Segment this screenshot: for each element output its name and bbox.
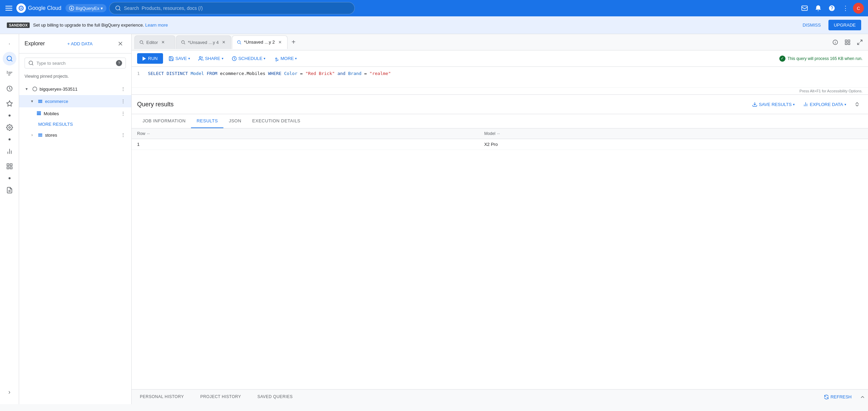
explorer-title: Explorer (25, 41, 45, 47)
sidebar-icon-settings[interactable] (3, 121, 16, 134)
tree-container: ▾ bigqueryex-353511 ⋮ ▾ ecommerce ⋮ (19, 81, 131, 404)
search-input-wrapper: ? (25, 58, 126, 68)
project-chevron[interactable]: ▾ (23, 86, 30, 92)
collapse-panel-button[interactable] (115, 38, 126, 49)
svg-rect-18 (37, 113, 41, 114)
sidebar-icon-star[interactable] (3, 97, 16, 110)
more-button[interactable]: MORE ▾ (271, 54, 299, 63)
tab-unsaved4-close[interactable]: ✕ (221, 39, 227, 45)
tab-editor-close[interactable]: ✕ (160, 39, 166, 45)
results-table-container: Row ↔ Model ↔ 1 X2 Pro (132, 128, 868, 389)
project-dropdown-icon: ▾ (101, 6, 103, 11)
svg-point-25 (238, 41, 240, 43)
dataset-icon (37, 98, 44, 105)
tab-json[interactable]: JSON (223, 114, 247, 128)
sidebar-icon-arrows[interactable] (3, 67, 16, 80)
results-area: Query results SAVE RESULTS ▾ EXPLORE DAT… (132, 95, 868, 389)
stores-chevron[interactable]: › (29, 132, 35, 138)
save-results-button[interactable]: SAVE RESULTS ▾ (749, 100, 797, 109)
tab-grid-button[interactable] (842, 37, 853, 48)
tree-table-mobiles[interactable]: Mobiles ⋮ (19, 107, 131, 120)
sidebar-icon-grid[interactable] (3, 159, 16, 173)
share-button[interactable]: SHARE ▾ (195, 54, 226, 63)
tab-unsaved2-close[interactable]: ✕ (277, 39, 283, 45)
keyword-and: and (337, 71, 345, 76)
tree-project-item[interactable]: ▾ bigqueryex-353511 ⋮ (19, 83, 131, 95)
explorer-panel: Explorer + ADD DATA ? Viewing pinned pro… (19, 34, 132, 404)
svg-rect-20 (38, 134, 42, 134)
svg-point-24 (181, 41, 184, 43)
col-brand: Brand (348, 71, 362, 76)
google-cloud-logo: Google Cloud (16, 3, 61, 13)
sidebar-icon-history[interactable] (3, 82, 16, 95)
sidebar-icon-doc[interactable] (3, 183, 16, 197)
tab-saved-queries[interactable]: SAVED QUERIES (249, 390, 301, 404)
tab-unsaved2-icon (236, 40, 242, 45)
model-resize-handle[interactable]: ↔ (497, 131, 501, 136)
tab-execution-details[interactable]: EXECUTION DETAILS (247, 114, 306, 128)
save-button[interactable]: SAVE ▾ (166, 54, 193, 63)
explorer-search-icon (28, 60, 34, 66)
dataset-more-options[interactable]: ⋮ (119, 97, 127, 105)
tree-dataset-stores[interactable]: › stores ⋮ (19, 129, 131, 141)
project-more-options[interactable]: ⋮ (119, 85, 127, 93)
tab-job-information[interactable]: JOB INFORMATION (137, 114, 191, 128)
learn-more-link[interactable]: Learn more (145, 22, 168, 28)
table-more-options[interactable]: ⋮ (119, 109, 127, 118)
dataset-chevron[interactable]: ▾ (29, 98, 35, 105)
explore-data-button[interactable]: EXPLORE DATA ▾ (800, 100, 849, 109)
table-row: 1 X2 Pro (132, 139, 868, 150)
explorer-search-input[interactable] (36, 61, 113, 66)
dismiss-button[interactable]: DISMISS (798, 20, 825, 30)
results-actions: SAVE RESULTS ▾ EXPLORE DATA ▾ (749, 99, 863, 110)
table-icon (35, 110, 42, 117)
tab-info-button[interactable] (830, 37, 841, 48)
sidebar-icon-dot[interactable]: · (3, 37, 16, 50)
more-options-icon[interactable]: ⋮ (839, 2, 852, 14)
tab-project-history[interactable]: PROJECT HISTORY (192, 390, 249, 404)
schedule-button[interactable]: SCHEDULE ▾ (229, 54, 268, 63)
sidebar-icon-chart[interactable] (3, 144, 16, 158)
val-realme: "realme" (369, 71, 391, 76)
new-tab-button[interactable]: + (288, 37, 299, 48)
tab-unsaved4-icon (180, 40, 186, 45)
svg-point-31 (199, 57, 201, 58)
project-icon (31, 86, 38, 92)
upgrade-button[interactable]: UPGRADE (828, 20, 861, 30)
tree-dataset-ecommerce[interactable]: ▾ ecommerce ⋮ (19, 95, 131, 107)
col-model: Model (191, 71, 204, 76)
add-data-button[interactable]: + ADD DATA (64, 39, 95, 48)
more-results-button[interactable]: MORE RESULTS (19, 120, 131, 129)
collapse-bottom-button[interactable] (857, 392, 868, 402)
tab-expand-button[interactable] (854, 37, 865, 48)
user-avatar[interactable]: C (853, 3, 864, 14)
table-mobiles-label: Mobiles (44, 111, 118, 116)
tab-unsaved4[interactable]: *Unsaved …y 4 ✕ (176, 35, 231, 49)
global-search-input[interactable] (124, 5, 349, 11)
results-expand-button[interactable] (852, 99, 863, 110)
project-selector[interactable]: BigQueryEx ▾ (65, 4, 106, 12)
sidebar-icon-expand[interactable]: › (3, 385, 16, 399)
tab-unsaved2-label: *Unsaved …y 2 (244, 40, 275, 45)
stores-more-options[interactable]: ⋮ (119, 131, 127, 139)
col-header-row: Row ↔ (132, 128, 479, 139)
row-resize-handle[interactable]: ↔ (146, 131, 150, 136)
email-icon[interactable] (798, 2, 811, 14)
col-header-model: Model ↔ (479, 128, 868, 139)
help-icon[interactable] (826, 2, 838, 14)
global-search-bar[interactable] (109, 2, 355, 14)
search-icon (115, 5, 121, 11)
code-editor[interactable]: 1 SELECT DISTINCT Model FROM ecommerce.M… (132, 67, 868, 87)
hamburger-menu[interactable] (4, 4, 14, 12)
tab-editor-label: Editor (146, 40, 158, 45)
tab-results[interactable]: RESULTS (191, 114, 223, 128)
refresh-button[interactable]: REFRESH (818, 394, 857, 400)
tab-editor[interactable]: Editor ✕ (134, 35, 175, 49)
notifications-icon[interactable] (812, 2, 824, 14)
tab-unsaved2[interactable]: *Unsaved …y 2 ✕ (232, 35, 287, 49)
sidebar-icon-search[interactable] (3, 52, 16, 65)
run-button[interactable]: RUN (137, 53, 163, 64)
search-help-icon[interactable]: ? (116, 60, 122, 66)
col-color: Color (284, 71, 297, 76)
tab-personal-history[interactable]: PERSONAL HISTORY (132, 390, 192, 404)
